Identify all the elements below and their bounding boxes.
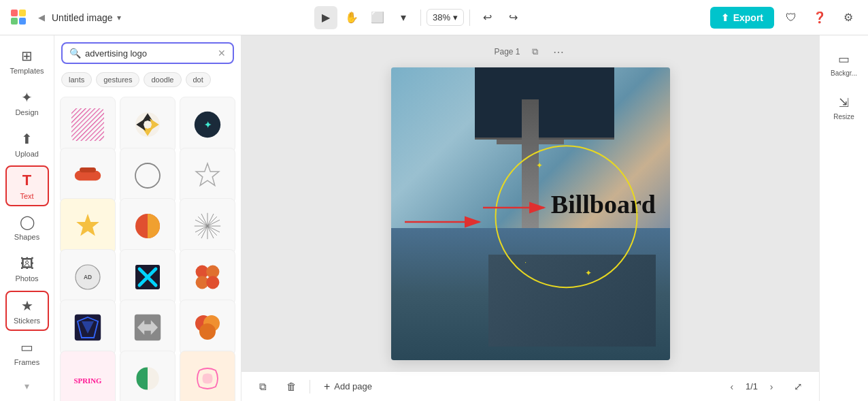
svg-text:AD: AD [84, 274, 92, 280]
sidebar-item-design[interactable]: ✦ Design [5, 82, 49, 123]
lower-board [488, 255, 656, 347]
search-icon: 🔍 [69, 48, 81, 59]
frames-icon: ▭ [20, 339, 33, 355]
tower-cross1 [497, 140, 563, 144]
svg-rect-10 [80, 167, 96, 172]
result-item-12[interactable] [180, 249, 235, 305]
topbar-right: ⬆ Export 🛡 ❓ ⚙ [710, 6, 860, 29]
add-page-label: Add page [334, 381, 372, 391]
filter-tag-gestures[interactable]: gestures [96, 72, 139, 87]
result-item-8[interactable] [120, 198, 176, 254]
zoom-value: 38% [433, 12, 450, 22]
billboard-text: Billboard [551, 189, 656, 219]
add-page-icon: + [324, 381, 330, 393]
svg-point-31 [206, 276, 219, 289]
next-page-btn[interactable]: › [763, 379, 780, 395]
sidebar-item-stickers[interactable]: ★ Stickers [5, 291, 49, 331]
results-grid: ✦ [54, 93, 241, 401]
result-item-10[interactable]: AD [60, 249, 116, 305]
upload-icon: ⬆ [21, 131, 33, 147]
result-item-3[interactable]: ✦ [180, 97, 235, 153]
export-icon: ⬆ [721, 12, 729, 23]
search-input[interactable] [85, 48, 214, 59]
result-item-9[interactable] [180, 198, 235, 254]
result-item-11[interactable] [120, 249, 176, 305]
search-panel: 🔍 ✕ lants gestures doodle dot ✦ [54, 35, 241, 401]
prev-page-btn[interactable]: ‹ [724, 379, 740, 395]
redo-btn[interactable]: ↪ [501, 6, 524, 29]
result-item-7[interactable] [60, 198, 116, 254]
page-label: Page 1 [494, 47, 520, 57]
svg-rect-5 [71, 108, 104, 141]
result-item-6[interactable] [180, 148, 235, 204]
frame-chevron[interactable]: ▾ [392, 6, 415, 29]
result-item-13[interactable] [60, 300, 116, 355]
result-item-14[interactable] [120, 300, 176, 355]
undo-btn[interactable]: ↩ [475, 6, 499, 29]
resize-btn[interactable]: ⇲ Resize [824, 87, 865, 128]
app-logo[interactable] [8, 7, 30, 29]
svg-rect-3 [19, 18, 26, 25]
result-item-15[interactable] [180, 300, 235, 355]
settings-icon-btn[interactable]: ⚙ [837, 6, 860, 29]
sidebar-item-frames[interactable]: ▭ Frames [5, 332, 49, 372]
toolbar-divider-2 [469, 10, 470, 26]
result-item-2[interactable] [120, 97, 176, 153]
search-bar: 🔍 ✕ [54, 35, 241, 69]
sidebar-more[interactable]: ▾ [5, 376, 49, 396]
frame-options-btn[interactable]: ⧉ [252, 376, 273, 397]
add-page-btn[interactable]: + Add page [318, 378, 378, 396]
svg-point-36 [199, 323, 216, 340]
toolbar-divider-1 [420, 10, 421, 26]
canvas-bottom-bar: ⧉ 🗑 + Add page ‹ 1/1 › ⤢ [241, 371, 819, 401]
svg-rect-1 [19, 10, 26, 16]
result-item-16[interactable]: SPRING [60, 351, 116, 402]
svg-marker-12 [196, 163, 219, 185]
filter-tag-doodle[interactable]: doodle [144, 72, 181, 87]
doc-title-area[interactable]: ◀ Untitled image ▾ [38, 12, 121, 23]
shield-icon-btn[interactable]: 🛡 [780, 6, 803, 29]
result-item-5[interactable] [120, 148, 176, 204]
text-icon: T [22, 172, 31, 189]
sidebar-item-templates[interactable]: ⊞ Templates [5, 41, 49, 81]
billboard-lower [391, 228, 670, 360]
shapes-icon: ◯ [20, 214, 35, 230]
toolbar-tools: ▶ ✋ ⬜ ▾ 38% ▾ ↩ ↪ [135, 6, 705, 29]
search-clear-btn[interactable]: ✕ [218, 48, 226, 58]
hand-tool[interactable]: ✋ [340, 6, 363, 29]
svg-text:SPRING: SPRING [74, 376, 102, 385]
background-btn[interactable]: ▭ Backgr... [824, 44, 865, 84]
sidebar-item-upload[interactable]: ⬆ Upload [5, 124, 49, 164]
select-tool[interactable]: ▶ [314, 6, 337, 29]
doc-title: Untitled image [52, 12, 113, 23]
page-more-btn[interactable]: ⋯ [550, 44, 567, 60]
sparkle-1: ✦ [536, 161, 543, 170]
help-icon-btn[interactable]: ❓ [808, 6, 831, 29]
search-input-wrap[interactable]: 🔍 ✕ [61, 42, 234, 64]
canvas-area: Page 1 ⧉ ⋯ Billboard [241, 35, 819, 401]
canvas-page[interactable]: Billboard ✦ ✦ · [391, 67, 670, 360]
sidebar-item-photos[interactable]: 🖼 Photos [5, 249, 49, 289]
delete-page-btn[interactable]: 🗑 [281, 376, 301, 397]
filter-tag-lants[interactable]: lants [61, 72, 92, 87]
sidebar-item-text[interactable]: T Text [5, 165, 49, 206]
canvas-viewport[interactable]: Page 1 ⧉ ⋯ Billboard [241, 35, 819, 371]
zoom-chevron: ▾ [453, 12, 458, 22]
doc-title-chevron[interactable]: ▾ [117, 13, 121, 22]
result-item-1[interactable] [60, 97, 116, 153]
frame-tool[interactable]: ⬜ [366, 6, 389, 29]
page-thumbnail-btn[interactable]: ⧉ [527, 44, 544, 60]
sidebar-item-shapes[interactable]: ◯ Shapes [5, 208, 49, 248]
templates-icon: ⊞ [21, 48, 33, 64]
result-item-4[interactable] [60, 148, 116, 204]
result-item-17[interactable] [120, 351, 176, 402]
page-navigation: ‹ 1/1 › [724, 379, 780, 395]
filter-tags: lants gestures doodle dot [54, 69, 241, 93]
filter-tag-dot[interactable]: dot [186, 72, 211, 87]
fullscreen-btn[interactable]: ⤢ [788, 376, 808, 397]
main-area: ⊞ Templates ✦ Design ⬆ Upload T Text ◯ S… [0, 35, 868, 401]
result-item-18[interactable] [180, 351, 235, 402]
export-button[interactable]: ⬆ Export [710, 7, 774, 29]
billboard-board [475, 67, 614, 140]
zoom-selector[interactable]: 38% ▾ [427, 9, 464, 26]
